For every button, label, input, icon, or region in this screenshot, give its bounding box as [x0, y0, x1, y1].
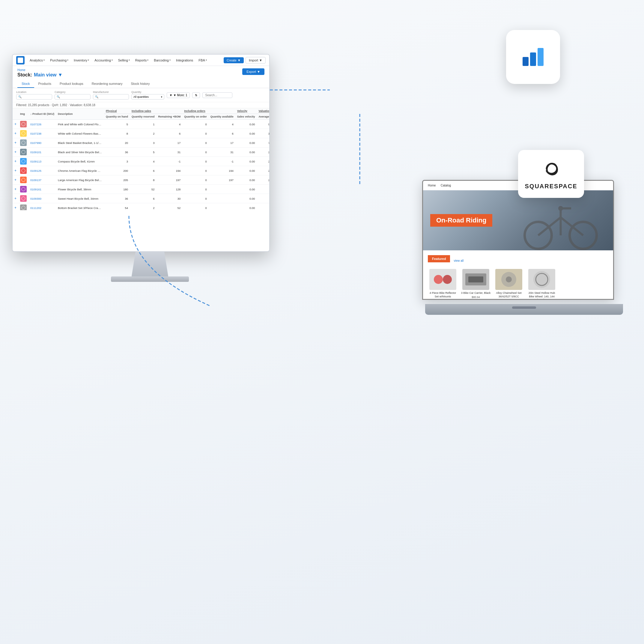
th-qa: Quantity available: [209, 114, 235, 120]
table-cell-img: [18, 120, 28, 129]
table-cell-plus[interactable]: +: [13, 175, 18, 185]
location-input[interactable]: 🔍: [16, 94, 52, 100]
ss-product-item[interactable]: 20in Steel Hollow Hub Bike Wheel: 140, 1…: [527, 269, 557, 300]
category-input[interactable]: 🔍: [55, 94, 91, 100]
th-img: Img: [18, 108, 28, 120]
category-filter: Category 🔍: [55, 91, 91, 100]
ss-products: Featured view all 4 Piece Bike Reflector…: [423, 250, 613, 300]
table-cell-plus[interactable]: +: [13, 185, 18, 194]
product-image: [20, 121, 27, 127]
inventory-chevron-icon: ▾: [88, 59, 89, 61]
table-cell-plus[interactable]: +: [13, 129, 18, 138]
breadcrumb[interactable]: Home: [17, 68, 63, 72]
table-cell-plus[interactable]: +: [13, 138, 18, 148]
nav-integrations[interactable]: Integrations: [174, 57, 195, 63]
table-cell-sku[interactable]: 0109300: [28, 194, 56, 203]
table-cell-sku[interactable]: 0109101: [28, 148, 56, 157]
table-cell-qa: [209, 185, 235, 194]
table-cell-sku[interactable]: 0111202: [28, 203, 56, 210]
view-selector[interactable]: Main view ▼: [34, 72, 63, 78]
table-cell-qoo: 0: [182, 185, 209, 194]
ss-product-item[interactable]: 3 Bike Car Carrier, Black $80.94: [461, 269, 491, 300]
table-cell-qoh: 20: [104, 138, 130, 148]
svg-point-14: [558, 206, 563, 211]
table-cell-plus[interactable]: +: [13, 194, 18, 203]
import-button[interactable]: Import ▼: [246, 57, 266, 64]
ss-product-item[interactable]: 4 Piece Bike Reflector Set w/Mounts $9.4…: [428, 269, 458, 300]
table-cell-sv: 0.00: [235, 138, 257, 148]
nav-barcoding[interactable]: Barcoding ▾: [152, 57, 173, 63]
table-cell-sku[interactable]: 0109161: [28, 185, 56, 194]
nav-analytics[interactable]: Analytics ▾: [28, 57, 47, 63]
table-cell-img: [18, 157, 28, 166]
sort-button[interactable]: ⇅: [192, 92, 200, 98]
ss-product-item[interactable]: Alloy Chainwheel Set 36/42/52T 5/8CC $88…: [494, 269, 524, 300]
ss-product-grid: 4 Piece Bike Reflector Set w/Mounts $9.4…: [428, 269, 608, 300]
nav-purchasing[interactable]: Purchasing ▾: [48, 57, 70, 63]
nav-reports[interactable]: Reports ▾: [133, 57, 151, 63]
svg-point-7: [22, 187, 25, 191]
tab-reordering-summary[interactable]: Reordering summary: [88, 80, 127, 88]
table-cell-sv: 0.00: [235, 203, 257, 210]
table-row: + 0107238 White with Colored Flowers Bas…: [13, 129, 269, 138]
table-cell-plus[interactable]: +: [13, 120, 18, 129]
export-button[interactable]: Export ▼: [242, 68, 264, 75]
monitor-screen: Analytics ▾ Purchasing ▾ Inventory ▾ Acc…: [12, 54, 270, 252]
table-cell-ac: 7.245: [257, 138, 269, 148]
nav-accounting[interactable]: Accounting ▾: [92, 57, 115, 63]
tab-stock-history[interactable]: Stock history: [127, 80, 154, 88]
product-image: [20, 139, 27, 146]
ss-nav-home[interactable]: Home: [428, 184, 436, 187]
table-cell-qa: [209, 203, 235, 210]
table-cell-desc: Black Steel Basket Bracket, 1-1/8in: [56, 138, 104, 148]
quantity-select[interactable]: All quantities ▾: [131, 94, 164, 100]
table-cell-desc: Compass Bicycle Bell, 41mm: [56, 157, 104, 166]
table-cell-sku[interactable]: 0109125: [28, 166, 56, 175]
tab-product-lookups[interactable]: Product lookups: [55, 80, 88, 88]
table-cell-ac: 2.995: [257, 157, 269, 166]
th-velocity-group: Velocity: [235, 108, 257, 114]
page-title: Stock: Main view ▼: [17, 72, 63, 78]
category-label: Category: [55, 91, 91, 94]
table-cell-qoh: 3: [104, 157, 130, 166]
table-cell-sku[interactable]: 0109113: [28, 157, 56, 166]
table-cell-plus[interactable]: +: [13, 148, 18, 157]
th-sku[interactable]: ↓ Product ID (SKU): [28, 108, 56, 120]
nav-inventory[interactable]: Inventory ▾: [72, 57, 91, 63]
table-cell-qoh: 205: [104, 175, 130, 185]
th-qoh[interactable]: Quantity on hand: [104, 114, 130, 120]
more-filters-button[interactable]: ▼ ▼ More: 1: [167, 92, 190, 98]
table-cell-img: [18, 148, 28, 157]
create-button[interactable]: Create ▼: [224, 57, 244, 63]
svg-point-16: [443, 275, 452, 284]
table-cell-sku[interactable]: 0107238: [28, 129, 56, 138]
search-input[interactable]: [202, 92, 232, 98]
barcoding-chevron-icon: ▾: [169, 59, 171, 61]
table-cell-plus[interactable]: +: [13, 157, 18, 166]
product-visual-2: [495, 269, 522, 290]
view-all-link[interactable]: view all: [454, 259, 464, 262]
table-cell-qoh: 180: [104, 185, 130, 194]
table-cell-ac: [257, 203, 269, 210]
svg-point-8: [22, 197, 25, 200]
table-cell-qa: 17: [209, 138, 235, 148]
table-cell-sku[interactable]: 0109137: [28, 175, 56, 185]
ss-nav-catalog[interactable]: Catalog: [441, 184, 451, 187]
nav-fba[interactable]: FBA ▾: [196, 57, 209, 63]
table-cell-qa: 31: [209, 148, 235, 157]
table-container[interactable]: Img ↓ Product ID (SKU) Description Physi…: [13, 108, 269, 210]
tab-products[interactable]: Products: [34, 80, 55, 88]
table-cell-plus[interactable]: +: [13, 203, 18, 210]
table-cell-desc: Black and Silver Mini Bicycle Bell, 35mm: [56, 148, 104, 157]
invent-bar-2: [530, 52, 536, 66]
table-cell-sku[interactable]: 0107990: [28, 138, 56, 148]
manufacturer-input[interactable]: 🔍: [93, 94, 129, 100]
svg-point-4: [22, 160, 25, 163]
nav-selling[interactable]: Selling ▾: [116, 57, 132, 63]
invent-logo-card: [506, 30, 560, 84]
table-cell-plus[interactable]: +: [13, 166, 18, 175]
table-cell-qa: 4: [209, 120, 235, 129]
tab-stock[interactable]: Stock: [17, 80, 34, 88]
table-cell-sku[interactable]: 0107226: [28, 120, 56, 129]
table-cell-desc: Flower Bicycle Bell, 38mm: [56, 185, 104, 194]
